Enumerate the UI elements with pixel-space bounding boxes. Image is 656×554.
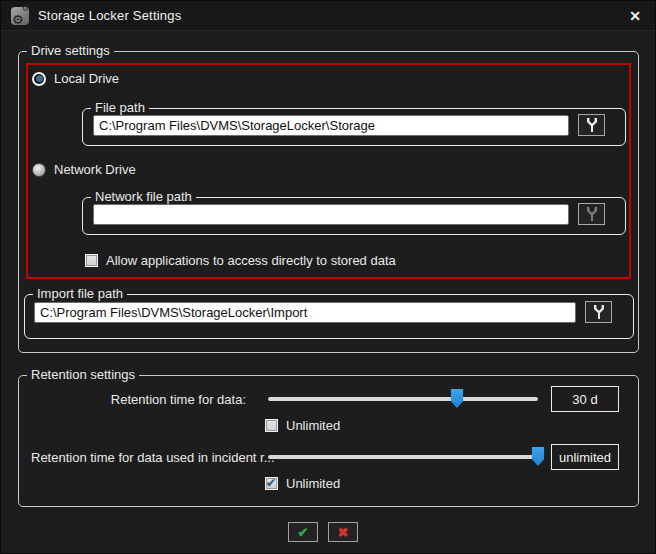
wrench-icon	[586, 207, 598, 221]
retention-settings-legend: Retention settings	[27, 367, 139, 382]
network-drive-option[interactable]: Network Drive	[32, 162, 136, 177]
retention-incident-unlimited-checkbox[interactable]	[265, 477, 278, 490]
ok-button[interactable]: ✔	[288, 522, 318, 542]
network-file-path-legend: Network file path	[91, 189, 196, 204]
local-drive-radio[interactable]	[32, 72, 46, 86]
network-drive-radio[interactable]	[32, 163, 46, 177]
cancel-button[interactable]: ✖	[328, 522, 358, 542]
network-file-path-browse-button[interactable]	[578, 203, 605, 225]
local-drive-option[interactable]: Local Drive	[32, 71, 119, 86]
settings-gear-icon: ⚙ ⚙	[11, 7, 29, 25]
retention-data-unlimited-label: Unlimited	[286, 418, 340, 433]
retention-incident-slider[interactable]	[268, 455, 538, 459]
file-path-legend: File path	[91, 100, 149, 115]
allow-direct-access-option[interactable]: Allow applications to access directly to…	[85, 253, 396, 268]
allow-direct-access-label: Allow applications to access directly to…	[106, 253, 396, 268]
window-title: Storage Locker Settings	[38, 8, 181, 23]
import-file-path-browse-button[interactable]	[585, 301, 612, 323]
close-icon[interactable]: ✕	[625, 8, 645, 24]
storage-locker-settings-dialog: ⚙ ⚙ Storage Locker Settings ✕ Drive sett…	[0, 0, 656, 554]
retention-incident-value: unlimited	[551, 444, 619, 470]
retention-data-unlimited-option[interactable]: Unlimited	[265, 418, 340, 433]
file-path-browse-button[interactable]	[578, 114, 605, 136]
wrench-icon	[586, 118, 598, 132]
x-icon: ✖	[338, 526, 349, 539]
retention-data-unlimited-checkbox[interactable]	[265, 419, 278, 432]
retention-data-slider[interactable]	[268, 397, 538, 401]
import-file-path-legend: Import file path	[33, 286, 127, 301]
retention-data-value: 30 d	[551, 386, 619, 412]
retention-incident-label: Retention time for data used in incident…	[31, 450, 249, 465]
file-path-input[interactable]	[93, 115, 569, 136]
allow-direct-access-checkbox[interactable]	[85, 254, 98, 267]
retention-incident-unlimited-option[interactable]: Unlimited	[265, 476, 340, 491]
retention-data-label: Retention time for data:	[31, 392, 246, 407]
title-bar: ⚙ ⚙ Storage Locker Settings ✕	[1, 1, 655, 31]
check-icon: ✔	[298, 526, 309, 539]
retention-incident-unlimited-label: Unlimited	[286, 476, 340, 491]
drive-settings-legend: Drive settings	[27, 43, 114, 58]
local-drive-label: Local Drive	[54, 71, 119, 86]
network-file-path-input[interactable]	[93, 204, 569, 225]
import-file-path-input[interactable]	[34, 302, 576, 323]
network-drive-label: Network Drive	[54, 162, 136, 177]
wrench-icon	[593, 305, 605, 319]
